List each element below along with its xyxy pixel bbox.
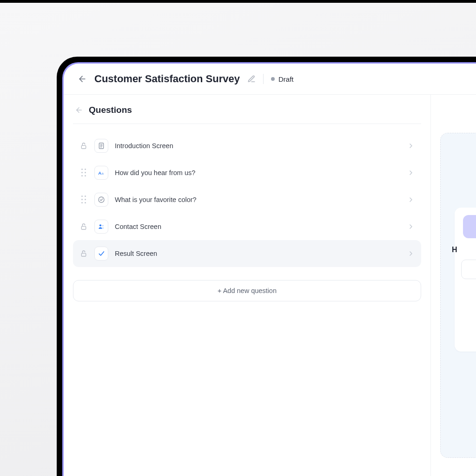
app-screen: Customer Satisfaction Survey Draft Quest… xyxy=(64,64,476,476)
preview-input-placeholder xyxy=(461,260,476,279)
lock-icon xyxy=(79,142,88,150)
drag-handle-icon[interactable] xyxy=(79,169,88,177)
svg-point-12 xyxy=(102,225,104,227)
lock-icon xyxy=(79,223,88,230)
question-row[interactable]: Result Screen xyxy=(73,240,421,267)
chevron-right-icon xyxy=(407,169,415,176)
check-circle-icon xyxy=(94,193,108,207)
add-question-button[interactable]: + Add new question xyxy=(73,280,421,301)
preview-avatar-placeholder xyxy=(463,215,476,238)
device-frame-inner: Customer Satisfaction Survey Draft Quest… xyxy=(62,62,476,476)
chevron-right-icon xyxy=(407,223,415,230)
question-row[interactable]: Aa How did you hear from us? xyxy=(73,159,421,186)
svg-rect-10 xyxy=(81,226,86,229)
lock-icon xyxy=(79,250,88,257)
drag-handle-icon[interactable] xyxy=(79,196,88,204)
device-frame: Customer Satisfaction Survey Draft Quest… xyxy=(57,57,476,476)
svg-text:a: a xyxy=(102,171,104,176)
panel-header: Questions xyxy=(73,105,421,124)
page-title: Customer Satisfaction Survey xyxy=(94,73,240,85)
status-badge: Draft xyxy=(271,75,294,83)
preview-panel: Form H xyxy=(431,95,476,476)
svg-point-9 xyxy=(99,197,104,202)
status-dot-icon xyxy=(271,77,275,81)
chevron-right-icon xyxy=(407,196,415,203)
panel-title: Questions xyxy=(89,105,132,115)
question-row[interactable]: Contact Screen xyxy=(73,213,421,240)
svg-point-11 xyxy=(99,224,101,226)
question-label: Introduction Screen xyxy=(115,142,401,150)
svg-rect-2 xyxy=(81,145,86,149)
question-label: Contact Screen xyxy=(115,223,401,230)
question-label: Result Screen xyxy=(115,250,401,257)
panel-back-arrow-icon[interactable] xyxy=(75,106,83,114)
header-bar: Customer Satisfaction Survey Draft xyxy=(64,64,476,95)
back-arrow-icon[interactable] xyxy=(78,74,87,84)
questions-list: Introduction Screen Aa How did you hear … xyxy=(73,132,421,267)
preview-area: H xyxy=(440,133,476,458)
check-icon xyxy=(94,247,108,261)
divider xyxy=(263,74,264,84)
status-label: Draft xyxy=(278,75,294,83)
chevron-right-icon xyxy=(407,250,415,257)
svg-rect-13 xyxy=(81,253,86,256)
preview-card: H xyxy=(455,208,476,352)
chevron-right-icon xyxy=(407,142,415,150)
questions-panel: Questions Introduction Screen xyxy=(64,95,431,476)
preview-heading-fragment: H xyxy=(452,246,457,254)
question-label: How did you hear from us? xyxy=(115,169,401,176)
contact-icon xyxy=(94,220,108,234)
text-aa-icon: Aa xyxy=(94,166,108,180)
question-row[interactable]: Introduction Screen xyxy=(73,132,421,159)
svg-text:A: A xyxy=(98,170,101,176)
question-label: What is your favorite color? xyxy=(115,196,401,203)
document-icon xyxy=(94,139,108,153)
main-layout: Questions Introduction Screen xyxy=(64,95,476,476)
pencil-icon[interactable] xyxy=(247,75,256,83)
question-row[interactable]: What is your favorite color? xyxy=(73,186,421,213)
